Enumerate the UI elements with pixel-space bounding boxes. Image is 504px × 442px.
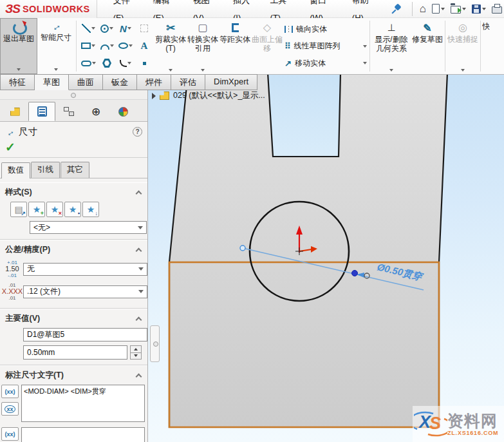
trim-entities-button[interactable]: ✂ 剪裁实体(T) [154,18,187,74]
apply-default-style-button[interactable]: ▤↗ [10,202,27,217]
add-style-button[interactable]: ★+ [28,202,45,217]
spline-caret-icon[interactable] [127,27,131,30]
clipped-toolbar-button[interactable]: 快 [482,18,492,74]
feature-tree-flyout[interactable]: 029 (默认<<默认>_显示... [152,90,265,101]
tab-surfaces[interactable]: 曲面 [69,74,103,90]
tree-expand-icon[interactable] [152,93,156,99]
save-style-button[interactable]: ★▪ [64,202,81,217]
quick-snaps-button[interactable]: ◎ 快速捕捉 [447,18,479,74]
selected-dimension-point[interactable] [352,271,358,276]
spinner-down-button[interactable] [130,353,142,360]
home-button[interactable]: ⌂ [418,3,428,15]
print-button[interactable] [490,3,504,15]
mirror-entities-button[interactable]: 镜向实体 [285,22,367,36]
linear-pattern-button[interactable]: ⠿ 线性草图阵列 [285,39,367,53]
tab-other[interactable]: 其它 [61,162,89,178]
open-button[interactable] [449,3,468,15]
help-icon[interactable]: ? [133,127,142,137]
collapse-chevron-icon[interactable] [136,373,142,380]
exit-sketch-caret-icon[interactable] [17,68,21,71]
tolerance-type-dropdown[interactable]: 无 [23,263,147,276]
style-dropdown[interactable]: <无> [30,221,147,234]
surface-offset-button[interactable]: ◇ 曲面上偏移 [251,18,283,74]
polygon-tool-button[interactable] [98,55,116,72]
smart-dimension-button[interactable]: ↔ 智能尺寸 [37,18,75,74]
sketch-canvas[interactable]: Ø0.50贯穿 [148,75,504,442]
linear-pattern-caret-icon[interactable] [363,45,367,48]
precision-dropdown[interactable]: .12 (文件) [23,285,147,298]
text-position-button-2[interactable]: xx [1,402,19,416]
trim-caret-icon[interactable] [169,69,173,72]
text-position-button-3[interactable]: (xx) [1,427,19,441]
tab-sketch[interactable]: 草图 [35,74,69,90]
circle-tool-button[interactable] [98,20,116,37]
display-manager-tab[interactable] [109,102,136,121]
part-notch-cut[interactable] [268,75,341,157]
property-manager-tab[interactable] [28,102,55,121]
load-style-button[interactable]: ★↓ [82,202,99,217]
slot-tool-button[interactable] [79,55,97,72]
pin-menu-icon[interactable] [389,3,403,15]
dimension-text-area[interactable]: <MOD-DIAM> <DIM>贯穿 [21,385,145,422]
new-caret-icon[interactable] [441,8,445,10]
part-tree-label[interactable]: 029 (默认<<默认>_显示... [173,90,265,101]
smart-dimension-caret-icon[interactable] [54,68,58,71]
tab-dimxpert[interactable]: DimXpert [205,74,257,90]
repair-sketch-button[interactable]: ✎ 修复草图 [411,18,443,74]
tab-weldments[interactable]: 焊件 [137,74,171,90]
fillet-tool-button[interactable] [117,55,135,72]
feature-manager-tab[interactable] [1,102,28,121]
display-relations-button[interactable]: ⊥ 显示/删除几何关系 [371,18,411,74]
tab-evaluate[interactable]: 评估 [171,74,205,90]
save-caret-icon[interactable] [482,8,486,10]
dimension-name-field[interactable]: D1@草图5 [23,328,147,341]
open-caret-icon[interactable] [462,8,466,10]
fillet-caret-icon[interactable] [127,62,131,64]
display-relations-caret-icon[interactable] [389,69,393,72]
primary-value-header[interactable]: 主要值(V) [0,309,147,327]
spline-tool-button[interactable]: N [117,20,135,37]
dimension-text-header[interactable]: 标注尺寸文字(T) [0,366,147,383]
dimension-value-field[interactable]: 0.50mm [23,345,127,360]
new-document-button[interactable] [430,3,447,15]
spinner-up-button[interactable] [130,345,142,353]
dimension-text-area-2[interactable] [21,427,145,442]
panel-splitter-handle[interactable] [150,325,160,362]
graphics-area[interactable]: Ø0.50贯穿 029 (默认<<默认>_显示... [148,75,504,442]
ellipse-caret-icon[interactable] [129,44,133,47]
ellipse-tool-button[interactable] [117,37,135,54]
style-section-header[interactable]: 样式(S) [0,183,147,200]
convert-entities-button[interactable]: ▢ 转换实体引用 [187,18,219,74]
panel-horizontal-splitter[interactable] [0,90,147,100]
arc-tool-button[interactable] [98,37,116,54]
delete-style-button[interactable]: ★× [46,202,63,217]
tolerance-section-header[interactable]: 公差/精度(P) [0,240,147,258]
collapse-chevron-icon[interactable] [136,247,142,254]
tab-leaders[interactable]: 引线 [31,162,60,178]
save-button[interactable] [470,3,488,15]
sketch-plane-button[interactable] [135,20,153,37]
line-tool-button[interactable] [79,20,97,37]
convert-caret-icon[interactable] [201,69,205,72]
tab-features[interactable]: 特征 [0,74,35,90]
dimension-endpoint-handle[interactable] [240,245,245,251]
arc-caret-icon[interactable] [110,44,114,47]
exit-sketch-button[interactable]: 退出草图 [0,18,37,74]
line-caret-icon[interactable] [91,27,95,30]
offset-entities-button[interactable]: 等距实体 [219,18,251,74]
circle-caret-icon[interactable] [109,27,113,30]
collapse-chevron-icon[interactable] [136,316,142,323]
text-tool-button[interactable]: A [135,37,153,54]
ok-checkmark-button[interactable]: ✓ [5,140,15,154]
point-tool-button[interactable] [135,55,153,72]
dimxpert-manager-tab[interactable]: ⊕ [82,102,109,121]
tab-value[interactable]: 数值 [1,162,30,178]
rectangle-caret-icon[interactable] [91,44,95,47]
move-entities-button[interactable]: ↗ 移动实体 [285,56,367,70]
collapse-chevron-icon[interactable] [136,190,142,197]
configuration-manager-tab[interactable] [55,102,82,121]
slot-caret-icon[interactable] [92,62,96,64]
rectangle-tool-button[interactable] [79,37,97,54]
quick-snaps-caret-icon[interactable] [461,69,465,72]
move-caret-icon[interactable] [363,62,367,64]
